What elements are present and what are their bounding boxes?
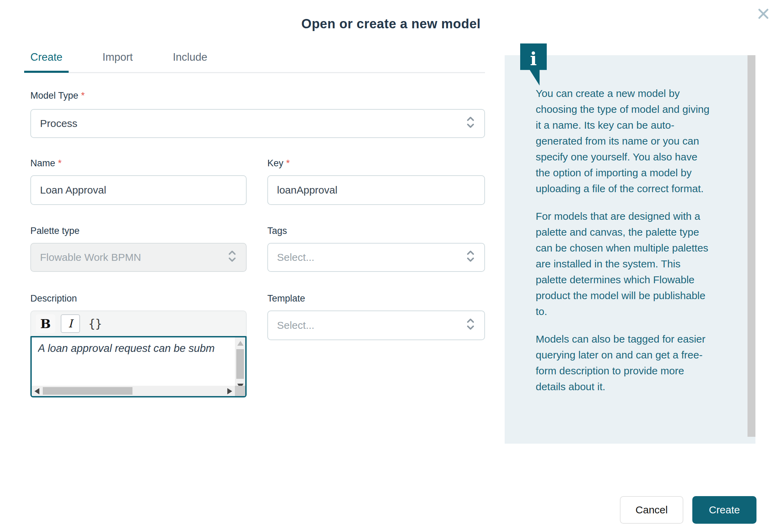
cancel-button[interactable]: Cancel — [620, 496, 683, 524]
model-type-select[interactable]: Process — [30, 109, 485, 138]
key-label: Key* — [267, 158, 290, 169]
info-panel-scrollbar[interactable] — [748, 55, 755, 437]
info-panel-text: You can create a new model by choosing t… — [536, 86, 710, 406]
tags-label: Tags — [267, 226, 287, 236]
palette-type-value: Flowable Work BPMN — [40, 252, 141, 263]
scroll-up-icon[interactable] — [237, 341, 244, 346]
palette-type-select: Flowable Work BPMN — [30, 243, 247, 272]
tags-select[interactable]: Select... — [267, 243, 485, 272]
model-type-label: Model Type* — [30, 90, 85, 101]
tab-import[interactable]: Import — [96, 49, 139, 72]
name-value: Loan Approval — [40, 184, 106, 196]
tab-include[interactable]: Include — [167, 49, 214, 72]
chevron-up-down-icon — [228, 249, 236, 266]
description-horizontal-scrollbar[interactable] — [32, 386, 235, 396]
palette-type-label: Palette type — [30, 226, 80, 236]
chevron-up-down-icon — [466, 116, 475, 132]
required-asterisk: * — [58, 158, 62, 168]
tab-bar: Create Import Include — [24, 49, 485, 73]
info-paragraph: Models can also be tagged for easier que… — [536, 331, 710, 395]
name-label: Name* — [30, 158, 62, 169]
tags-placeholder: Select... — [277, 252, 314, 263]
key-value: loanApproval — [277, 184, 337, 196]
info-paragraph: For models that are designed with a pale… — [536, 208, 710, 319]
vertical-scroll-thumb[interactable] — [236, 349, 244, 379]
tab-create[interactable]: Create — [24, 49, 69, 72]
info-panel: i You can create a new model by choosing… — [505, 55, 755, 444]
info-paragraph: You can create a new model by choosing t… — [536, 86, 710, 197]
dialog-title: Open or create a new model — [0, 17, 782, 31]
info-icon: i — [520, 43, 547, 86]
description-label: Description — [30, 293, 77, 304]
italic-button[interactable]: I — [61, 314, 80, 333]
required-asterisk: * — [286, 158, 290, 168]
model-type-value: Process — [40, 118, 77, 129]
create-model-dialog: Open or create a new model Create Import… — [0, 0, 782, 532]
required-asterisk: * — [81, 90, 85, 101]
description-toolbar: B I {} — [30, 311, 247, 336]
scroll-left-icon[interactable] — [34, 388, 39, 394]
scroll-right-icon[interactable] — [227, 388, 232, 394]
bold-button[interactable]: B — [36, 314, 55, 333]
description-editor[interactable]: A loan approval request can be subm — [30, 336, 247, 397]
name-input[interactable]: Loan Approval — [30, 175, 247, 205]
horizontal-scroll-thumb[interactable] — [43, 387, 132, 395]
scrollbar-corner — [235, 386, 245, 396]
code-braces-button[interactable]: {} — [86, 314, 105, 333]
key-input[interactable]: loanApproval — [267, 175, 485, 205]
chevron-up-down-icon — [466, 249, 475, 266]
create-button[interactable]: Create — [692, 496, 756, 524]
template-label: Template — [267, 293, 305, 304]
chevron-up-down-icon — [466, 317, 475, 334]
description-text: A loan approval request can be subm — [38, 342, 229, 355]
template-placeholder: Select... — [277, 319, 314, 331]
template-select[interactable]: Select... — [267, 311, 485, 340]
